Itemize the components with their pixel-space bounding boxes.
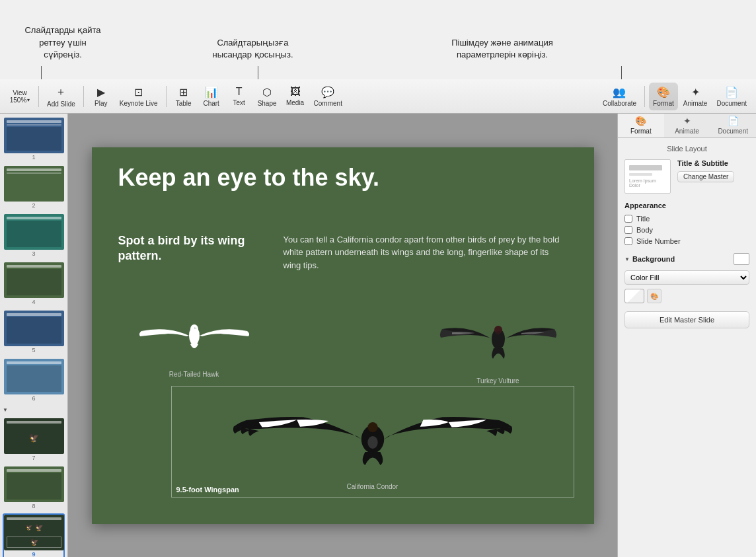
collaborate-label: Collaborate [603,100,636,107]
callout-objects: Слайдтарыңызға нысандар қосыңыз. [205,37,301,61]
keynote-live-button[interactable]: ⊡ Keynote Live [116,83,162,110]
sep1 [38,86,39,107]
text-icon: T [236,86,243,98]
callout-reorder: Слайдтарды қайта реттеу үшін сүйреңіз. [20,24,106,61]
background-color-swatch[interactable] [734,253,749,265]
canvas-area: Keep an eye to the sky. Spot a bird by i… [68,114,617,557]
layout-line2 [629,173,652,176]
format-label: Format [653,100,674,107]
format-tab-icon: 🎨 [635,116,646,126]
shape-label: Shape [258,100,277,107]
view-zoom-control[interactable]: View 150% ▾ [5,89,34,104]
slide-num-checkbox-row: Slide Number [624,237,749,245]
slide-num-5: 5 [4,347,63,353]
play-button[interactable]: ▶ Play [88,83,114,110]
slide-thumb-8[interactable]: 8 [3,465,65,511]
slide-thumb-1[interactable]: 1 [3,116,65,162]
document-tab-label: Document [718,128,748,135]
text-label: Text [233,99,245,106]
slide-thumb-2[interactable]: 2 [3,165,65,210]
document-tab-button[interactable]: 📄 Document [712,83,751,110]
edit-master-slide-button[interactable]: Edit Master Slide [624,311,749,328]
slide-number-checkbox[interactable] [624,237,632,245]
table-button[interactable]: ⊞ Table [170,83,197,110]
document-tab-icon: 📄 [728,116,739,126]
play-label: Play [94,100,107,107]
color-picker-button[interactable]: 🎨 [647,289,662,303]
slide-panel: 1 2 3 [0,114,68,557]
chart-label: Chart [203,100,219,107]
layout-lorem: Lorem Ipsum Dolor [629,178,666,188]
title-checkbox-row: Title [624,215,749,223]
sep2 [83,86,84,107]
play-icon: ▶ [97,86,105,98]
title-checkbox-label: Title [636,215,650,223]
slide-thumb-4[interactable]: 4 [3,261,65,307]
table-icon: ⊞ [179,86,188,98]
slide-thumb-9[interactable]: 🦅 🦅 🦅 9 [3,513,65,557]
svg-point-5 [367,422,377,431]
text-button[interactable]: T Text [226,83,252,110]
media-icon: 🖼 [290,86,301,98]
animate-tab-button[interactable]: ✦ Animate [679,83,712,110]
format-tab-button[interactable]: 🎨 Format [649,83,678,110]
slide-num-6: 6 [4,395,63,402]
fill-type-row: Color Fill Gradient Fill Image Fill None [624,270,749,285]
section-divider[interactable]: ▼ [3,406,65,414]
slide-body[interactable]: You can tell a California condor apart f… [284,233,568,272]
animate-tab-label: Animate [675,128,699,135]
slide-subtitle[interactable]: Spot a bird by its wing pattern. [118,233,264,264]
main-content: 1 2 3 [0,114,756,557]
view-label: View [13,89,27,96]
collaborate-button[interactable]: 👥 Collaborate [599,83,640,110]
body-checkbox[interactable] [624,226,632,234]
slide-thumb-3[interactable]: 3 [3,213,65,258]
slide-thumb-6[interactable]: 6 [3,357,65,403]
slide-thumb-7[interactable]: 🦅 7 [3,417,65,463]
color-picker-row: 🎨 [624,289,749,303]
slide-num-7: 7 [4,455,63,461]
tab-document[interactable]: 📄 Document [710,114,756,137]
chart-button[interactable]: 📊 Chart [198,83,225,110]
callout-line-1 [41,66,42,79]
bird-vulture-container: Turkey Vulture [422,299,574,385]
collaborate-icon: 👥 [613,86,626,98]
right-panel: 🎨 Format ✦ Animate 📄 Document Slide Layo… [617,114,756,557]
animate-tab-icon: ✦ [683,116,691,126]
background-header[interactable]: ▼ Background [624,253,749,265]
add-slide-button[interactable]: ＋ Add Slide [43,83,79,110]
layout-name: Title & Subtitle [677,159,749,167]
tab-format[interactable]: 🎨 Format [618,114,664,137]
bird-vulture-svg [432,299,564,372]
comment-button[interactable]: 💬 Comment [310,83,346,110]
layout-line1 [629,165,662,170]
wingspan-label: 9.5-foot Wingspan [176,486,239,494]
slide-canvas[interactable]: Keep an eye to the sky. Spot a bird by i… [92,147,594,524]
media-button[interactable]: 🖼 Media [282,83,309,110]
appearance-section: Appearance Title Body Slide Number [624,202,749,245]
background-section: ▼ Background Color Fill Gradient Fill Im… [624,253,749,303]
table-label: Table [176,100,192,107]
document-icon: 📄 [725,86,738,98]
add-slide-label: Add Slide [47,100,75,108]
callout-line-3 [621,66,622,79]
comment-label: Comment [314,100,342,107]
color-well[interactable] [624,289,644,303]
sep3 [166,86,167,107]
callout-format: Пішімдеу және анимация параметрлерін көр… [430,37,575,61]
layout-thumbnail: Lorem Ipsum Dolor [624,159,671,194]
section-triangle-icon: ▼ [3,407,8,413]
keynote-live-icon: ⊡ [134,86,143,98]
slide-thumb-5[interactable]: 5 [3,309,65,355]
change-master-button[interactable]: Change Master [677,171,734,182]
title-checkbox[interactable] [624,215,632,223]
shape-button[interactable]: ⬡ Shape [254,83,281,110]
bird-condor-container: California Condor [171,386,574,498]
keynote-live-label: Keynote Live [120,100,158,107]
tab-animate[interactable]: ✦ Animate [664,114,710,137]
comment-icon: 💬 [321,86,334,98]
bird-hawk-container: Red-Tailed Hawk [118,299,270,378]
chart-icon: 📊 [205,86,218,98]
fill-type-select[interactable]: Color Fill Gradient Fill Image Fill None [624,270,749,285]
slide-title[interactable]: Keep an eye to the sky. [118,163,568,192]
